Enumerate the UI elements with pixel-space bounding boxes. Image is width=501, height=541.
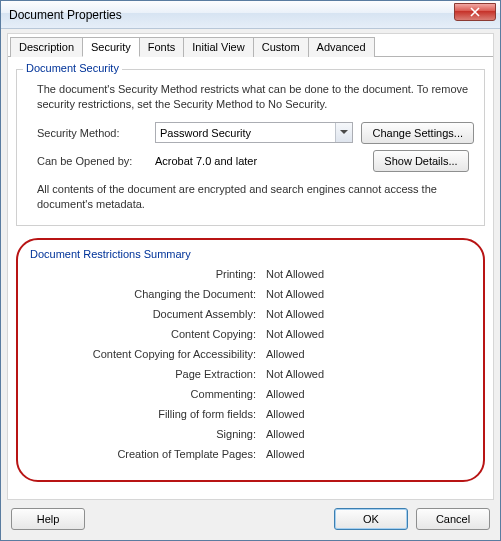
summary-key: Creation of Template Pages:: [28, 448, 266, 460]
summary-value: Not Allowed: [266, 308, 324, 320]
summary-row: Content Copying:Not Allowed: [28, 328, 473, 340]
summary-row: Changing the Document:Not Allowed: [28, 288, 473, 300]
security-description: The document's Security Method restricts…: [37, 82, 474, 112]
tab-security[interactable]: Security: [82, 37, 140, 57]
summary-row: Filling of form fields:Allowed: [28, 408, 473, 420]
dialog-window: Document Properties Description Security…: [0, 0, 501, 541]
summary-value: Allowed: [266, 408, 305, 420]
summary-rows: Printing:Not AllowedChanging the Documen…: [28, 268, 473, 460]
opened-by-label: Can be Opened by:: [37, 155, 147, 167]
dialog-footer: Help OK Cancel: [1, 500, 500, 540]
summary-row: Document Assembly:Not Allowed: [28, 308, 473, 320]
tab-initial-view[interactable]: Initial View: [183, 37, 253, 57]
group-title: Document Security: [23, 62, 122, 74]
tab-description[interactable]: Description: [10, 37, 83, 57]
window-title: Document Properties: [9, 8, 454, 22]
close-icon: [470, 7, 480, 17]
titlebar: Document Properties: [1, 1, 500, 29]
encryption-note: All contents of the document are encrypt…: [37, 182, 474, 212]
summary-key: Document Assembly:: [28, 308, 266, 320]
summary-value: Not Allowed: [266, 268, 324, 280]
summary-value: Not Allowed: [266, 368, 324, 380]
tabpage-security: Document Security The document's Securit…: [8, 57, 493, 499]
change-settings-button[interactable]: Change Settings...: [361, 122, 474, 144]
summary-title: Document Restrictions Summary: [30, 248, 473, 260]
summary-key: Changing the Document:: [28, 288, 266, 300]
summary-row: Creation of Template Pages:Allowed: [28, 448, 473, 460]
summary-row: Content Copying for Accessibility:Allowe…: [28, 348, 473, 360]
summary-key: Commenting:: [28, 388, 266, 400]
cancel-button[interactable]: Cancel: [416, 508, 490, 530]
summary-value: Allowed: [266, 348, 305, 360]
client-area: Description Security Fonts Initial View …: [7, 33, 494, 500]
security-method-select[interactable]: Password Security: [155, 122, 353, 143]
ok-button[interactable]: OK: [334, 508, 408, 530]
restrictions-summary: Document Restrictions Summary Printing:N…: [16, 238, 485, 482]
document-security-group: Document Security The document's Securit…: [16, 69, 485, 226]
chevron-down-icon: [335, 123, 352, 142]
summary-key: Printing:: [28, 268, 266, 280]
summary-value: Allowed: [266, 388, 305, 400]
summary-key: Signing:: [28, 428, 266, 440]
security-method-label: Security Method:: [37, 127, 147, 139]
tabstrip: Description Security Fonts Initial View …: [8, 34, 493, 57]
summary-value: Not Allowed: [266, 328, 324, 340]
opened-by-value: Acrobat 7.0 and later: [155, 155, 365, 167]
tab-custom[interactable]: Custom: [253, 37, 309, 57]
summary-key: Content Copying for Accessibility:: [28, 348, 266, 360]
tab-advanced[interactable]: Advanced: [308, 37, 375, 57]
tab-fonts[interactable]: Fonts: [139, 37, 185, 57]
summary-value: Not Allowed: [266, 288, 324, 300]
summary-row: Page Extraction:Not Allowed: [28, 368, 473, 380]
summary-key: Page Extraction:: [28, 368, 266, 380]
summary-row: Printing:Not Allowed: [28, 268, 473, 280]
security-method-row: Security Method: Password Security Chang…: [37, 122, 474, 144]
summary-value: Allowed: [266, 428, 305, 440]
summary-row: Signing:Allowed: [28, 428, 473, 440]
summary-key: Content Copying:: [28, 328, 266, 340]
show-details-button[interactable]: Show Details...: [373, 150, 469, 172]
security-method-value: Password Security: [160, 127, 251, 139]
summary-key: Filling of form fields:: [28, 408, 266, 420]
help-button[interactable]: Help: [11, 508, 85, 530]
summary-row: Commenting:Allowed: [28, 388, 473, 400]
summary-value: Allowed: [266, 448, 305, 460]
opened-by-row: Can be Opened by: Acrobat 7.0 and later …: [37, 150, 474, 172]
close-button[interactable]: [454, 3, 496, 21]
